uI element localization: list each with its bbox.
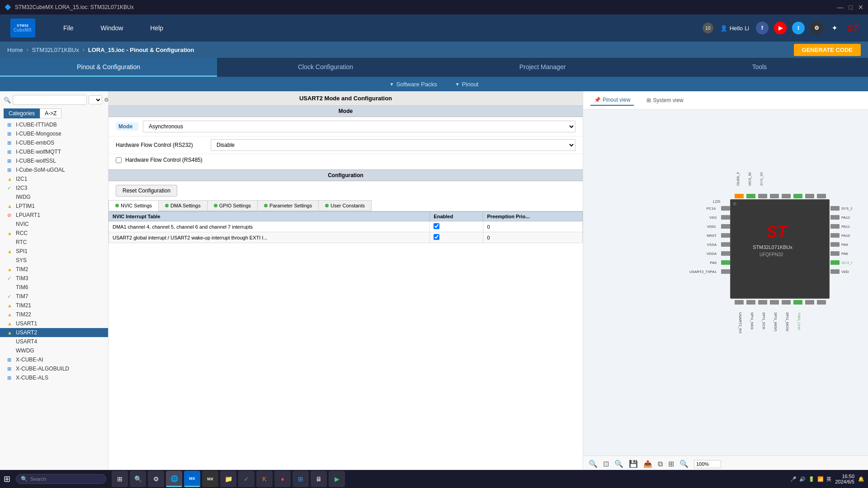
sidebar-item-somugoal[interactable]: ⊞ I-Cube-SoM-uGOAL bbox=[0, 165, 108, 174]
cube-icon-3: ⊞ bbox=[7, 140, 14, 146]
tab-tools[interactable]: Tools bbox=[651, 58, 868, 77]
taskbar-lang: 英 bbox=[826, 476, 831, 483]
settings-icon[interactable]: ⚙ bbox=[104, 97, 108, 103]
subtab-software-packs[interactable]: ▼ Software Packs bbox=[389, 81, 437, 88]
notification-badge[interactable]: 10 bbox=[703, 23, 713, 33]
tab-pinout-config[interactable]: Pinout & Configuration bbox=[0, 58, 217, 77]
flow485-checkbox[interactable] bbox=[116, 157, 122, 163]
generate-code-button[interactable]: GENERATE CODE bbox=[794, 44, 861, 56]
tab-pinout-view[interactable]: 📌 Pinout view bbox=[590, 95, 634, 106]
sidebar-item-wolfmqtt[interactable]: ⊞ I-CUBE-wolfMQTT bbox=[0, 147, 108, 156]
user-button[interactable]: 👤 Hello Li bbox=[720, 25, 749, 32]
sidebar-item-i2c1[interactable]: ▲ I2C1 bbox=[0, 174, 108, 183]
start-button[interactable]: ⊞ bbox=[4, 474, 10, 484]
nvic-col-name: NVIC Interrupt Table bbox=[109, 212, 430, 221]
taskbar-app-2[interactable]: 🔍 bbox=[130, 471, 146, 487]
youtube-icon[interactable]: ▶ bbox=[774, 22, 787, 34]
sidebar-item-tim2[interactable]: ▲ TIM2 bbox=[0, 265, 108, 274]
network-icon[interactable]: ✦ bbox=[828, 22, 841, 34]
taskbar-app-k[interactable]: K bbox=[256, 471, 273, 487]
tab-az[interactable]: A->Z bbox=[40, 108, 61, 118]
menu-file[interactable]: File bbox=[63, 24, 74, 32]
taskbar-app-green2[interactable]: ▶ bbox=[329, 471, 345, 487]
tab-dma[interactable]: DMA Settings bbox=[158, 200, 208, 211]
taskbar-app-green[interactable]: ✓ bbox=[238, 471, 255, 487]
sidebar-item-nvic[interactable]: NVIC bbox=[0, 220, 108, 229]
tab-clock-config[interactable]: Clock Configuration bbox=[217, 58, 434, 77]
facebook-icon[interactable]: f bbox=[756, 22, 769, 34]
grid-icon[interactable]: ⊞ bbox=[668, 460, 674, 468]
sidebar-item-usart2[interactable]: ▲ USART2 bbox=[0, 328, 108, 337]
sidebar-item-sys[interactable]: SYS bbox=[0, 256, 108, 265]
taskbar-app-mx2[interactable]: MX bbox=[202, 471, 218, 487]
close-button[interactable]: ✕ bbox=[858, 4, 863, 11]
window-controls[interactable]: — □ ✕ bbox=[837, 4, 863, 11]
fit-icon[interactable]: ⊡ bbox=[603, 460, 609, 468]
sidebar-item-embos[interactable]: ⊞ I-CUBE-embOS bbox=[0, 138, 108, 147]
sidebar-item-wwdg[interactable]: WWDG bbox=[0, 346, 108, 355]
taskbar-app-3[interactable]: ⚙ bbox=[148, 471, 164, 487]
sidebar-item-mongoose[interactable]: ⊞ I-CUBE-Mongoose bbox=[0, 129, 108, 138]
taskbar-app-folder[interactable]: 📁 bbox=[220, 471, 236, 487]
sidebar-item-tim6[interactable]: TIM6 bbox=[0, 283, 108, 292]
sidebar-item-lpuart1[interactable]: ⊘ LPUART1 bbox=[0, 211, 108, 220]
minimize-button[interactable]: — bbox=[837, 4, 844, 11]
sidebar-item-iwdg[interactable]: IWDG bbox=[0, 192, 108, 202]
nvic-row2-checkbox[interactable] bbox=[434, 234, 439, 240]
pin-label-pa0-l: PA0 bbox=[710, 261, 717, 265]
save-icon[interactable]: 💾 bbox=[629, 460, 638, 468]
sidebar-item-usart1[interactable]: ▲ USART1 bbox=[0, 319, 108, 328]
sidebar-item-rtc[interactable]: RTC bbox=[0, 238, 108, 247]
sidebar-item-lptim1[interactable]: ▲ LPTIM1 bbox=[0, 202, 108, 211]
sidebar-item-rcc[interactable]: ▲ RCC bbox=[0, 229, 108, 238]
export-icon[interactable]: 📤 bbox=[643, 460, 652, 468]
tab-params[interactable]: Parameter Settings bbox=[257, 200, 319, 211]
sidebar-item-tim22[interactable]: ▲ TIM22 bbox=[0, 310, 108, 319]
search-input[interactable] bbox=[13, 95, 87, 105]
reset-config-button[interactable]: Reset Configuration bbox=[116, 185, 177, 197]
tab-system-view[interactable]: ⊞ System view bbox=[643, 95, 687, 105]
taskbar-app-1[interactable]: ⊞ bbox=[112, 471, 128, 487]
sidebar-item-xcube-algobuild[interactable]: ⊞ X-CUBE-ALGOBUILD bbox=[0, 364, 108, 373]
github-icon[interactable]: ⚙ bbox=[810, 22, 823, 34]
tab-nvic[interactable]: NVIC Settings bbox=[108, 200, 159, 211]
sidebar-item-usart4[interactable]: USART4 bbox=[0, 337, 108, 346]
zoom-level-input[interactable] bbox=[694, 460, 721, 468]
sidebar-item-ittiadb[interactable]: ⊞ I-CUBE-ITTIADB bbox=[0, 120, 108, 129]
zoom-out-icon[interactable]: 🔍 bbox=[614, 460, 623, 468]
nvic-row1-checkbox[interactable] bbox=[434, 223, 439, 229]
mode-select[interactable]: Asynchronous Synchronous Disable bbox=[143, 121, 576, 132]
zoom-in-icon[interactable]: 🔍 bbox=[589, 460, 598, 468]
breadcrumb-home[interactable]: Home bbox=[7, 47, 23, 53]
menu-help[interactable]: Help bbox=[150, 24, 163, 32]
taskbar-notifications[interactable]: 🔔 bbox=[858, 476, 864, 482]
sidebar-item-i2c3[interactable]: ✓ I2C3 bbox=[0, 183, 108, 192]
taskbar-app-edge[interactable]: 🌐 bbox=[166, 471, 182, 487]
taskbar-app-monitor[interactable]: 🖥 bbox=[311, 471, 327, 487]
breadcrumb-chip[interactable]: STM32L071KBUx bbox=[32, 47, 79, 53]
sidebar-item-xcube-ai[interactable]: ⊞ X-CUBE-AI bbox=[0, 355, 108, 364]
tab-gpio[interactable]: GPIO Settings bbox=[207, 200, 258, 211]
sidebar-item-tim7[interactable]: ✓ TIM7 bbox=[0, 292, 108, 301]
sidebar-item-wolfssl[interactable]: ⊞ I-CUBE-wolfSSL bbox=[0, 156, 108, 165]
flow-select[interactable]: Disable CTS Only RTS Only CTS/RTS bbox=[211, 139, 576, 151]
tab-user-constants[interactable]: User Constants bbox=[318, 200, 372, 211]
sidebar-item-tim21[interactable]: ▲ TIM21 bbox=[0, 301, 108, 310]
subtab-pinout[interactable]: ▼ Pinout bbox=[455, 81, 479, 88]
taskbar-app-red[interactable]: ♦ bbox=[274, 471, 291, 487]
tab-categories[interactable]: Categories bbox=[4, 108, 40, 118]
sidebar-label-lptim1: LPTIM1 bbox=[16, 203, 35, 209]
sidebar-item-xcube-als[interactable]: ⊞ X-CUBE-ALS bbox=[0, 373, 108, 382]
sidebar-item-spi1[interactable]: ▲ SPI1 bbox=[0, 247, 108, 256]
taskbar-app-blue[interactable]: ⊞ bbox=[292, 471, 309, 487]
search-dropdown[interactable] bbox=[89, 95, 102, 104]
twitter-icon[interactable]: t bbox=[792, 22, 805, 34]
search-chip-icon[interactable]: 🔍 bbox=[679, 460, 689, 468]
maximize-button[interactable]: □ bbox=[849, 4, 853, 11]
taskbar-app-stm32[interactable]: MX bbox=[184, 471, 200, 487]
taskbar-search[interactable]: 🔍 Search bbox=[16, 474, 106, 484]
tab-project-manager[interactable]: Project Manager bbox=[434, 58, 651, 77]
menu-window[interactable]: Window bbox=[101, 24, 123, 32]
layer-icon[interactable]: ⧉ bbox=[658, 460, 663, 468]
sidebar-item-tim3[interactable]: ✓ TIM3 bbox=[0, 274, 108, 283]
